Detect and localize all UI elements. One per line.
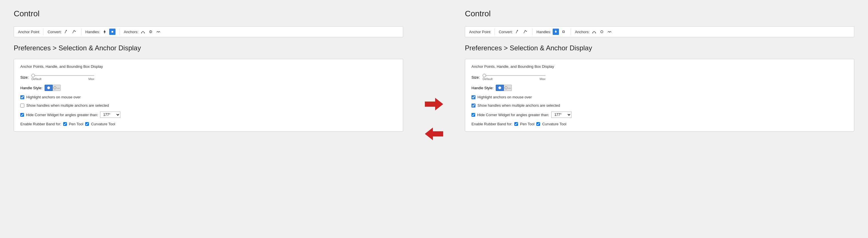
right-control-bar: Anchor Point Convert: Handles:: [465, 26, 854, 37]
left-hs-btn-filled[interactable]: [44, 85, 53, 91]
right-rubber-label: Enable Rubber Band for:: [471, 122, 512, 126]
right-slider-line: [483, 75, 546, 76]
right-anchors-icon-1[interactable]: [591, 29, 597, 35]
left-handles-section: Handles:: [86, 29, 116, 35]
right-checkbox-3[interactable]: [471, 113, 475, 117]
right-slider-thumb[interactable]: [483, 74, 486, 77]
right-convert-icon-2[interactable]: [522, 29, 528, 35]
right-handle-style-label: Handle Style:: [471, 86, 493, 90]
left-checkbox-2-label: Show handles when multiple anchors are s…: [26, 103, 109, 108]
right-checkbox-1-label: Highlight anchors on mouse over: [477, 95, 532, 99]
left-checkbox-2[interactable]: [20, 103, 24, 108]
left-anchor-point-label: Anchor Point: [18, 30, 39, 34]
svg-rect-13: [563, 31, 564, 33]
right-hs-btn-hollow[interactable]: —: [504, 85, 512, 91]
left-checkbox-1[interactable]: [20, 95, 24, 99]
left-pen-tool-checkbox[interactable]: [63, 122, 67, 126]
right-panel-title: Control: [465, 9, 854, 18]
right-handle-style-btns: —: [496, 85, 512, 91]
left-slider-track[interactable]: [31, 74, 94, 77]
left-anchors-icon-1[interactable]: [140, 29, 146, 35]
svg-point-14: [592, 33, 593, 33]
left-prefs-title: Preferences > Selection & Anchor Display: [14, 44, 403, 52]
left-anchors-icon-3[interactable]: [155, 29, 161, 35]
left-handles-icon-1[interactable]: [101, 29, 108, 35]
right-handle-style-row: Handle Style: —: [471, 85, 848, 91]
left-anchors-icon-2[interactable]: [148, 29, 154, 35]
svg-rect-5: [112, 31, 113, 33]
right-checkbox-1[interactable]: [471, 95, 475, 99]
left-slider-max: Max: [88, 77, 94, 81]
right-anchors-label: Anchors:: [575, 30, 590, 34]
right-size-row: Size: Default Max: [471, 74, 848, 81]
right-divider-1: [494, 28, 495, 35]
left-angle-row: Hide Corner Widget for angles greater th…: [20, 112, 397, 118]
left-slider-container: Default Max: [31, 74, 94, 81]
right-slider-container: Default Max: [483, 74, 546, 81]
right-curvature-tool-label: Curvature Tool: [542, 122, 566, 126]
right-angle-select[interactable]: 177°: [551, 112, 571, 118]
right-curvature-tool-checkbox[interactable]: [536, 122, 540, 126]
left-checkbox-3-label: Hide Corner Widget for angles greater th…: [26, 113, 98, 117]
left-checkbox-1-label: Highlight anchors on mouse over: [26, 95, 81, 99]
left-curvature-tool-label: Curvature Tool: [91, 122, 115, 126]
left-convert-icon-1[interactable]: [63, 29, 69, 35]
left-slider-thumb[interactable]: [31, 74, 35, 77]
left-convert-icon-2[interactable]: [71, 29, 77, 35]
left-curvature-tool-checkbox[interactable]: [85, 122, 89, 126]
right-slider-track[interactable]: [483, 74, 546, 77]
svg-point-6: [141, 33, 142, 33]
left-hs-hollow-icon: —: [54, 86, 60, 90]
right-checkbox-2[interactable]: [471, 103, 475, 108]
svg-point-9: [517, 30, 518, 31]
svg-point-11: [555, 31, 557, 33]
left-checkbox-2-row: Show handles when multiple anchors are s…: [20, 103, 397, 108]
right-handles-label: Handles:: [537, 30, 551, 34]
left-arrow-wrapper: [425, 127, 443, 140]
left-control-bar: Anchor Point Convert: Handles:: [14, 26, 403, 37]
left-divider-2: [81, 28, 82, 35]
right-hs-hollow-icon: —: [505, 86, 511, 90]
left-arrow-body: [433, 131, 443, 137]
left-checkbox-3[interactable]: [20, 113, 24, 117]
left-handles-icon-2[interactable]: [109, 29, 116, 35]
right-handles-icon-1[interactable]: [553, 29, 559, 35]
left-handles-label: Handles:: [86, 30, 100, 34]
right-rubber-row: Enable Rubber Band for: Pen Tool Curvatu…: [471, 122, 848, 126]
svg-point-15: [595, 33, 596, 33]
right-convert-label: Convert:: [499, 30, 513, 34]
arrows-container: [417, 0, 451, 238]
left-slider-line: [31, 75, 94, 76]
right-pen-tool-label: Pen Tool: [520, 122, 534, 126]
right-hs-hollow-dot: [505, 86, 507, 89]
left-hs-hollow-dot: [54, 86, 56, 89]
left-angle-select[interactable]: 177°: [100, 112, 120, 118]
svg-point-0: [66, 30, 67, 31]
left-handle-style-btns: —: [44, 85, 61, 91]
left-handle-style-label: Handle Style:: [20, 86, 42, 90]
left-checkbox-1-row: Highlight anchors on mouse over: [20, 95, 397, 99]
left-arrow-head: [425, 127, 433, 140]
right-pen-tool-checkbox[interactable]: [514, 122, 518, 126]
right-checkbox-2-label: Show handles when multiple anchors are s…: [477, 103, 560, 108]
right-panel: Control Anchor Point Convert: Handles:: [451, 0, 868, 238]
right-checkbox-3-label: Hide Corner Widget for angles greater th…: [477, 113, 549, 117]
right-handles-section: Handles:: [537, 29, 567, 35]
right-anchor-point-label: Anchor Point: [469, 30, 490, 34]
left-slider-labels: Default Max: [31, 77, 94, 81]
left-hs-btn-hollow[interactable]: —: [53, 85, 61, 91]
right-arrow-body: [425, 101, 435, 107]
right-convert-icon-1[interactable]: [514, 29, 521, 35]
left-convert-section: Convert:: [48, 29, 77, 35]
left-anchors-label: Anchors:: [124, 30, 138, 34]
right-slider-default: Default: [483, 77, 493, 81]
right-slider-max: Max: [539, 77, 546, 81]
right-anchors-icon-3[interactable]: [607, 29, 613, 35]
left-convert-label: Convert:: [48, 30, 61, 34]
left-prefs-box: Anchor Points, Handle, and Bounding Box …: [14, 59, 403, 131]
right-handles-icon-2[interactable]: [560, 29, 567, 35]
left-size-row: Size: Default Max: [20, 74, 397, 81]
right-hs-btn-filled[interactable]: [496, 85, 504, 91]
right-anchors-icon-2[interactable]: [599, 29, 605, 35]
left-panel-title: Control: [14, 9, 403, 18]
